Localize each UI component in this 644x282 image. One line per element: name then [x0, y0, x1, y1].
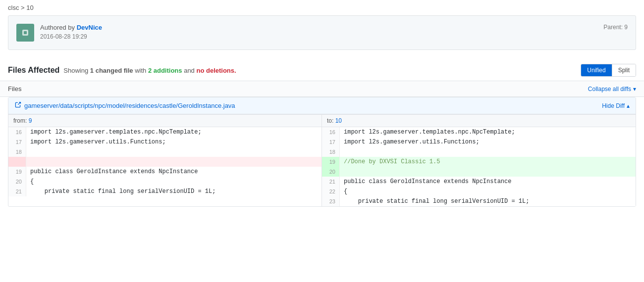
collapse-all-diffs[interactable]: Collapse all diffs ▾: [588, 86, 636, 93]
table-row: 21 public class GeroldInstance extends N…: [322, 177, 636, 187]
diff-file-path: gameserver/data/scripts/npc/model/reside…: [14, 101, 235, 110]
table-row: 19 //Done by DXVSI Classic 1.5: [322, 157, 636, 167]
table-row: 20: [322, 167, 636, 177]
avatar: [16, 24, 34, 42]
files-title: Files Affected Showing 1 changed file wi…: [8, 66, 236, 75]
hide-diff-button[interactable]: Hide Diff ▴: [602, 102, 630, 109]
split-button[interactable]: Split: [612, 64, 636, 76]
diff-left-panel: from: 9 16 import l2s.gameserver.templat…: [8, 115, 322, 206]
files-list-bar: Files Collapse all diffs ▾: [0, 81, 644, 97]
unified-button[interactable]: Unified: [581, 64, 612, 76]
table-row: [8, 157, 322, 167]
diff-from-header: from: 9: [8, 115, 322, 127]
diff-right-panel: to: 10 16 import l2s.gameserver.template…: [322, 115, 636, 206]
file-path-link[interactable]: gameserver/data/scripts/npc/model/reside…: [24, 102, 235, 109]
table-row: 22 {: [322, 187, 636, 196]
files-summary: Showing 1 changed file with 2 additions …: [63, 67, 236, 74]
table-row: 21 private static final long serialVersi…: [8, 187, 322, 196]
diff-container: gameserver/data/scripts/npc/model/reside…: [8, 97, 636, 207]
commit-author: Authored by DevNice: [40, 24, 102, 31]
table-row: 18: [8, 147, 322, 157]
files-label: Files: [8, 85, 21, 93]
table-row: 18: [322, 147, 636, 157]
commit-date: 2016-08-28 19:29: [40, 33, 102, 40]
table-row: 16 import l2s.gameserver.templates.npc.N…: [322, 127, 636, 137]
commit-parent: Parent: 9: [603, 24, 628, 31]
table-row: 23 private static final long serialVersi…: [322, 196, 636, 206]
chevron-up-icon: ▴: [627, 102, 630, 109]
diff-to-header: to: 10: [322, 115, 636, 127]
external-link-icon: [14, 101, 21, 110]
files-header: Files Affected Showing 1 changed file wi…: [0, 57, 644, 81]
table-row: 17 import l2s.gameserver.utils.Functions…: [322, 137, 636, 147]
breadcrumb: clsc > 10: [0, 0, 644, 15]
table-row: 20 {: [8, 177, 322, 187]
table-row: 19 public class GeroldInstance extends N…: [8, 167, 322, 177]
view-toggle: Unified Split: [581, 64, 636, 77]
diff-panels: from: 9 16 import l2s.gameserver.templat…: [8, 114, 636, 206]
diff-file-header: gameserver/data/scripts/npc/model/reside…: [8, 97, 636, 114]
svg-rect-1: [24, 31, 27, 34]
chevron-down-icon: ▾: [633, 86, 636, 93]
author-link[interactable]: DevNice: [77, 24, 102, 31]
table-row: 17 import l2s.gameserver.utils.Functions…: [8, 137, 322, 147]
commit-box: Authored by DevNice 2016-08-28 19:29 Par…: [8, 15, 636, 50]
table-row: 16 import l2s.gameserver.templates.npc.N…: [8, 127, 322, 137]
files-section-title: Files Affected: [8, 66, 59, 75]
